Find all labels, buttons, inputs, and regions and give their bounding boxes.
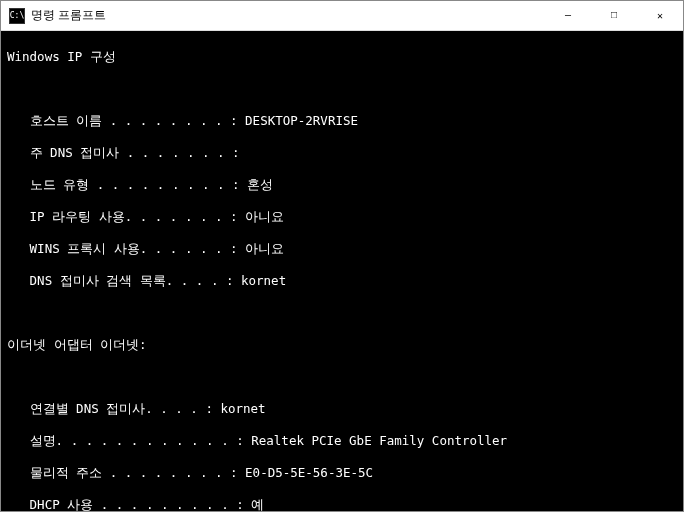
terminal-output[interactable]: Windows IP 구성 호스트 이름 . . . . . . . . : D… xyxy=(1,31,683,511)
blank-line xyxy=(7,305,677,321)
blank-line xyxy=(7,81,677,97)
ethernet-adapter-header: 이더넷 어댑터 이더넷: xyxy=(7,337,677,353)
ip-routing-line: IP 라우팅 사용. . . . . . . : 아니요 xyxy=(7,209,677,225)
wins-proxy-line: WINS 프록시 사용. . . . . . : 아니요 xyxy=(7,241,677,257)
description-line: 설명. . . . . . . . . . . . : Realtek PCIe… xyxy=(7,433,677,449)
close-button[interactable]: ✕ xyxy=(637,1,683,31)
node-type-line: 노드 유형 . . . . . . . . . : 혼성 xyxy=(7,177,677,193)
blank-line xyxy=(7,369,677,385)
titlebar[interactable]: C:\ 명령 프롬프트 — □ ✕ xyxy=(1,1,683,31)
dhcp-enabled-line: DHCP 사용 . . . . . . . . . : 예 xyxy=(7,497,677,511)
dns-suffix-search-line: DNS 접미사 검색 목록. . . . : kornet xyxy=(7,273,677,289)
window-controls: — □ ✕ xyxy=(545,1,683,31)
primary-dns-suffix-line: 주 DNS 접미사 . . . . . . . : xyxy=(7,145,677,161)
command-prompt-window: C:\ 명령 프롬프트 — □ ✕ Windows IP 구성 호스트 이름 .… xyxy=(0,0,684,512)
conn-dns-suffix-line: 연결별 DNS 접미사. . . . : kornet xyxy=(7,401,677,417)
maximize-button[interactable]: □ xyxy=(591,1,637,31)
app-icon: C:\ xyxy=(9,8,25,24)
minimize-button[interactable]: — xyxy=(545,1,591,31)
physical-address-line: 물리적 주소 . . . . . . . . : E0-D5-5E-56-3E-… xyxy=(7,465,677,481)
host-name-line: 호스트 이름 . . . . . . . . : DESKTOP-2RVRISE xyxy=(7,113,677,129)
window-title: 명령 프롬프트 xyxy=(31,7,545,24)
ip-config-header: Windows IP 구성 xyxy=(7,49,677,65)
